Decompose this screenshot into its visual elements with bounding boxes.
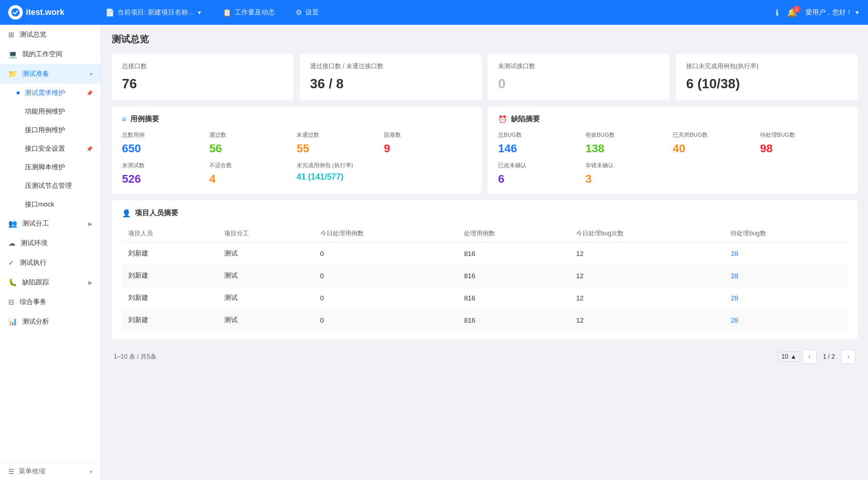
bug-noerror-unconfirmed: 非错未确认 3 bbox=[585, 162, 673, 186]
bug-valid: 有效BUG数 138 bbox=[585, 131, 673, 155]
logo-icon bbox=[8, 5, 23, 20]
personnel-table-body: 刘新建 测试 0 816 12 28 刘新建 测试 0 816 12 28 bbox=[122, 243, 847, 331]
case-summary-grid: 总数用例 650 通过数 56 未通过数 55 阻塞数 9 bbox=[122, 131, 471, 186]
table-row: 刘新建 测试 0 816 12 28 bbox=[122, 243, 847, 265]
table-row: 刘新建 测试 0 816 12 28 bbox=[122, 265, 847, 287]
sidebar-sub-api-security[interactable]: 接口安全设置 📌 bbox=[0, 139, 101, 158]
stat-card-total-apis: 总接口数 76 bbox=[112, 54, 293, 100]
sidebar-sub-test-req[interactable]: 测试需求维护 📌 bbox=[0, 84, 101, 102]
project-icon: 📄 bbox=[105, 8, 114, 17]
grid-icon: ⊞ bbox=[8, 30, 14, 39]
sidebar-sub-func-case[interactable]: 功能用例维护 bbox=[0, 102, 101, 121]
personnel-icon: 👤 bbox=[122, 209, 131, 217]
case-blocked: 阻塞数 9 bbox=[384, 131, 471, 155]
logo[interactable]: itest.work bbox=[8, 5, 101, 20]
sidebar-item-general-affairs[interactable]: ⊟ 综合事务 bbox=[0, 292, 101, 312]
test-division-arrow: ▶ bbox=[88, 221, 92, 227]
collapse-arrow: « bbox=[89, 469, 92, 474]
bug-summary-icon: ⏰ bbox=[498, 115, 507, 123]
page-size-arrow: ▲ bbox=[791, 353, 797, 360]
stat-card-incomplete: 接口未完成用例包(执行率) 6 (10/38) bbox=[676, 54, 858, 100]
top-nav-center: 📄 当前项目: 新建项目名称... ▼ 📋 工作量及动态 ⚙ 设置 bbox=[101, 6, 776, 19]
stat-card-pass-fail: 通过接口数 / 未通过接口数 36 / 8 bbox=[300, 54, 482, 100]
personnel-table: 项目人员 项目分工 今日处理用例数 处理用例数 今日处理bug次数 待处理bug… bbox=[122, 225, 847, 331]
user-dropdown-icon: ▼ bbox=[855, 10, 860, 15]
help-button[interactable]: ℹ bbox=[776, 8, 779, 18]
page-title: 测试总览 bbox=[112, 33, 858, 45]
page-size-select[interactable]: 10 ▲ bbox=[778, 351, 800, 362]
bug-empty-1 bbox=[673, 162, 760, 186]
main-layout: ⊞ 测试总览 💻 我的工作空间 📁 测试准备 ▾ 测试需求维护 📌 功能用例维护… bbox=[0, 25, 868, 480]
pin-icon: 📌 bbox=[86, 90, 92, 96]
file-icon: 📁 bbox=[8, 70, 17, 78]
case-total: 总数用例 650 bbox=[122, 131, 209, 155]
sidebar-item-test-exec[interactable]: ✓ 测试执行 bbox=[0, 253, 101, 273]
bug-empty-2 bbox=[760, 162, 847, 186]
settings-icon: ⚙ bbox=[296, 8, 302, 17]
notification-button[interactable]: 🔔 1 bbox=[787, 8, 797, 18]
pending-bugs-link-2[interactable]: 28 bbox=[724, 287, 847, 309]
current-project-nav[interactable]: 📄 当前项目: 新建项目名称... ▼ bbox=[101, 6, 206, 19]
pagination-controls: 10 ▲ ‹ 1 / 2 › bbox=[778, 349, 856, 364]
pin-icon-2: 📌 bbox=[86, 146, 92, 152]
cloud-icon: ☁ bbox=[8, 239, 16, 247]
pending-bugs-link-3[interactable]: 28 bbox=[724, 309, 847, 331]
col-name: 项目人员 bbox=[122, 225, 218, 243]
stat-card-untested: 未测试接口数 0 bbox=[488, 54, 670, 100]
project-dropdown-icon: ▼ bbox=[197, 10, 202, 15]
col-today-bugs: 今日处理bug次数 bbox=[570, 225, 724, 243]
collapse-icon: ☰ bbox=[8, 468, 14, 475]
sidebar-item-test-overview[interactable]: ⊞ 测试总览 bbox=[0, 25, 101, 44]
sidebar-item-bug-track[interactable]: 🐛 缺陷跟踪 ▶ bbox=[0, 273, 101, 292]
bug-summary-grid: 总BUG数 146 有效BUG数 138 已关闭BUG数 40 待处理BUG数 … bbox=[498, 131, 847, 186]
test-prep-arrow: ▾ bbox=[90, 71, 92, 77]
bug-icon: 🐛 bbox=[8, 278, 17, 286]
case-inapplicable: 不适合数 4 bbox=[209, 162, 297, 186]
sidebar-collapse[interactable]: ☰ 菜单收缩 « bbox=[0, 462, 101, 480]
case-empty bbox=[384, 162, 471, 186]
sidebar-item-test-prep[interactable]: 📁 测试准备 ▾ bbox=[0, 64, 101, 84]
check-icon: ✓ bbox=[8, 259, 14, 267]
bug-total: 总BUG数 146 bbox=[498, 131, 585, 155]
main-content: 测试总览 总接口数 76 通过接口数 / 未通过接口数 36 / 8 未测试接口… bbox=[101, 25, 868, 480]
workload-icon: 📋 bbox=[223, 8, 231, 17]
case-fail: 未通过数 55 bbox=[297, 131, 384, 155]
sidebar-item-test-division[interactable]: 👥 测试分工 ▶ bbox=[0, 214, 101, 233]
stat-cards-row: 总接口数 76 通过接口数 / 未通过接口数 36 / 8 未测试接口数 0 接… bbox=[112, 54, 858, 100]
team-icon: 👥 bbox=[8, 219, 17, 228]
workload-nav[interactable]: 📋 工作量及动态 bbox=[219, 6, 279, 19]
prev-page-button[interactable]: ‹ bbox=[802, 349, 817, 364]
summary-row: ≡ 用例摘要 总数用例 650 通过数 56 未通过数 55 bbox=[112, 106, 858, 194]
personnel-table-header: 项目人员 项目分工 今日处理用例数 处理用例数 今日处理bug次数 待处理bug… bbox=[122, 225, 847, 243]
top-nav-right: ℹ 🔔 1 爱用户，您好！ ▼ bbox=[776, 8, 860, 18]
col-pending-bugs: 待处理bug数 bbox=[724, 225, 847, 243]
case-pass: 通过数 56 bbox=[209, 131, 297, 155]
sidebar-sub-press-node[interactable]: 压测试节点管理 bbox=[0, 177, 101, 195]
sidebar-sub-press-script[interactable]: 压测脚本维护 bbox=[0, 158, 101, 177]
sidebar-item-my-workspace[interactable]: 💻 我的工作空间 bbox=[0, 44, 101, 64]
bug-pending: 待处理BUG数 98 bbox=[760, 131, 847, 155]
col-total-cases: 处理用例数 bbox=[458, 225, 570, 243]
sidebar-item-test-env[interactable]: ☁ 测试环境 bbox=[0, 233, 101, 253]
personnel-card: 👤 项目人员摘要 项目人员 项目分工 今日处理用例数 处理用例数 今日处理bug… bbox=[112, 200, 858, 339]
next-page-button[interactable]: › bbox=[841, 349, 856, 364]
case-incomplete: 未完成用例包 (执行率) 41 (141/577) bbox=[297, 162, 384, 186]
top-navigation: itest.work 📄 当前项目: 新建项目名称... ▼ 📋 工作量及动态 … bbox=[0, 0, 868, 25]
bug-summary-card: ⏰ 缺陷摘要 总BUG数 146 有效BUG数 138 已关闭BUG数 40 bbox=[488, 106, 858, 194]
user-menu[interactable]: 爱用户，您好！ ▼ bbox=[805, 8, 860, 17]
sidebar: ⊞ 测试总览 💻 我的工作空间 📁 测试准备 ▾ 测试需求维护 📌 功能用例维护… bbox=[0, 25, 101, 480]
header-row: 项目人员 项目分工 今日处理用例数 处理用例数 今日处理bug次数 待处理bug… bbox=[122, 225, 847, 243]
pending-bugs-link-1[interactable]: 28 bbox=[724, 265, 847, 287]
bug-closed: 已关闭BUG数 40 bbox=[673, 131, 760, 155]
case-untested: 未测试数 526 bbox=[122, 162, 209, 186]
settings-nav[interactable]: ⚙ 设置 bbox=[291, 6, 323, 19]
sidebar-sub-api-case[interactable]: 接口用例维护 bbox=[0, 121, 101, 139]
col-today-cases: 今日处理用例数 bbox=[314, 225, 458, 243]
sidebar-item-test-analysis[interactable]: 📊 测试分析 bbox=[0, 312, 101, 331]
sidebar-sub-api-mock[interactable]: 接口mock bbox=[0, 195, 101, 214]
laptop-icon: 💻 bbox=[8, 50, 17, 58]
page-current: 1 / 2 bbox=[819, 353, 839, 360]
pending-bugs-link-0[interactable]: 28 bbox=[724, 243, 847, 265]
table-row: 刘新建 测试 0 816 12 28 bbox=[122, 309, 847, 331]
table-row: 刘新建 测试 0 816 12 28 bbox=[122, 287, 847, 309]
